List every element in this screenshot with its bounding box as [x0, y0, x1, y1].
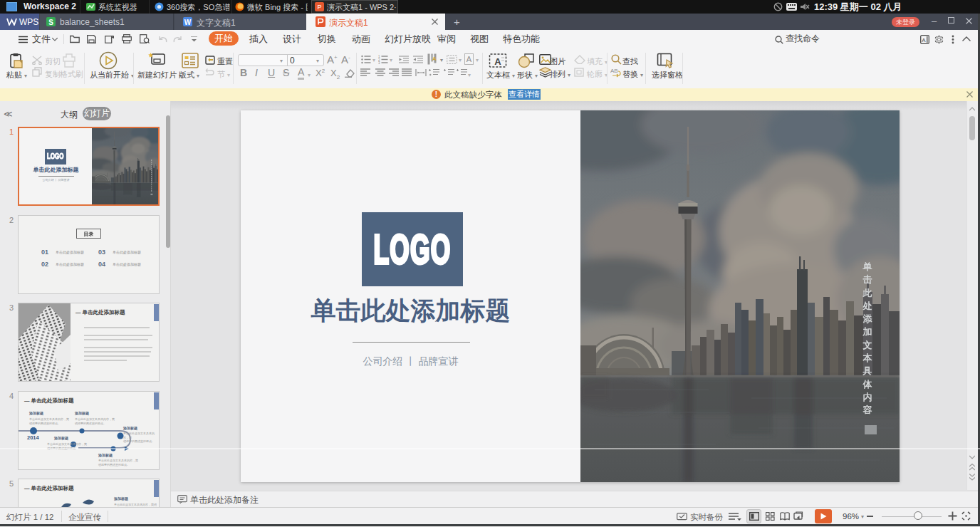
svg-text:A: A	[922, 37, 926, 43]
svg-text:A: A	[466, 55, 472, 63]
svg-text:A: A	[432, 56, 437, 62]
svg-text:3: 3	[378, 61, 380, 64]
svg-text:W: W	[184, 19, 192, 26]
svg-text:A: A	[494, 56, 501, 67]
svg-text:S: S	[48, 19, 53, 26]
svg-text:P: P	[317, 4, 321, 11]
svg-text:AB: AB	[610, 68, 618, 74]
